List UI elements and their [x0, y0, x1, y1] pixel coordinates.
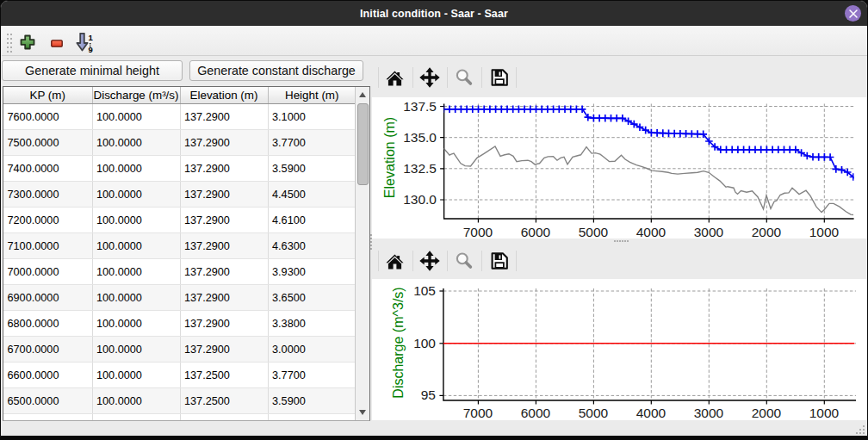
svg-text:1: 1 [89, 33, 94, 42]
